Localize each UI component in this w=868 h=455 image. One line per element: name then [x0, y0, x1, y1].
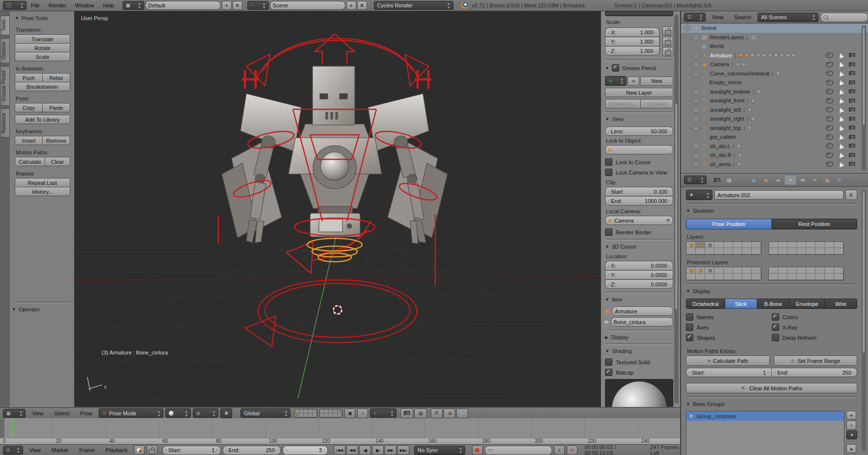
tab-tools[interactable]: Tools [0, 15, 10, 35]
editor-type-3dview-button[interactable]: ▦▴▾ [3, 409, 26, 418]
names-checkbox[interactable] [686, 313, 693, 321]
opengl-render-button[interactable] [400, 408, 413, 418]
visibility-eye-icon[interactable] [826, 161, 833, 167]
close-layout-button[interactable]: ✕ [233, 1, 242, 10]
cursor-y-field[interactable]: ‹Y:0.0000› [605, 270, 673, 279]
visibility-eye-icon[interactable] [826, 98, 833, 103]
outliner-filter-selector[interactable]: All Scenes▴▾ [758, 13, 818, 22]
screen-layout-selector[interactable]: Default [145, 1, 221, 10]
current-frame-field[interactable]: ‹3› [283, 446, 328, 455]
renderability-camera-icon[interactable] [849, 126, 855, 130]
calculate-paths-button[interactable]: Calculate [15, 157, 45, 166]
selectability-cursor-icon[interactable] [838, 88, 844, 95]
skeleton-panel-header[interactable]: ▼Skeleton [686, 208, 857, 214]
tab-options[interactable]: Options [0, 38, 10, 63]
outliner-row-sh-arms[interactable]: +▽sh_arms| [681, 160, 868, 169]
collapse-icon[interactable]: − [684, 25, 690, 31]
view-panel-header[interactable]: ▼View [605, 116, 673, 122]
grease-pencil-panel-header[interactable]: ▼Grease Pencil [605, 64, 673, 72]
rotate-button[interactable]: Rotate [15, 44, 70, 52]
selectability-cursor-icon[interactable] [838, 134, 844, 140]
gp-add-button[interactable]: + [628, 76, 639, 86]
renderability-camera-icon[interactable] [849, 99, 855, 103]
tab-bone-constraints[interactable]: 8 [809, 175, 821, 185]
local-camera-field[interactable]: ◼Camera✕ [605, 216, 673, 225]
tab-scene[interactable]: ◔ [736, 175, 747, 185]
renderability-camera-icon[interactable] [849, 62, 855, 67]
scale-x-lock-button[interactable] [662, 26, 673, 36]
remove-bone-group-button[interactable]: − [846, 421, 856, 430]
close-scene-button[interactable]: ✕ [357, 1, 367, 10]
shading-panel-header[interactable]: ▼Shading [605, 348, 673, 354]
outliner-row-world[interactable]: ◉World [681, 42, 868, 51]
add-scene-button[interactable]: + [346, 1, 356, 10]
visibility-eye-icon[interactable] [826, 125, 833, 130]
wire-button[interactable]: Wire [825, 299, 857, 309]
jump-to-end-button[interactable]: ▶▶| [397, 445, 409, 455]
b-bone-button[interactable]: B-Bone [757, 299, 789, 309]
history-button[interactable]: History... [15, 187, 70, 196]
selectability-cursor-icon[interactable] [838, 79, 844, 86]
expand-icon[interactable]: + [693, 152, 699, 158]
scale-x-field[interactable]: ‹X:1.000› [605, 27, 659, 37]
tab-render[interactable] [711, 175, 723, 185]
scale-y-field[interactable]: ‹Y:1.000› [605, 37, 659, 46]
viewport-shading-selector[interactable]: ▴▾ [165, 408, 191, 418]
tab-grease-pencil[interactable]: Grease Pencil [0, 66, 10, 106]
record-button[interactable] [472, 445, 483, 455]
pivot-point-selector[interactable]: ◎▴▾ [193, 408, 218, 418]
x-ray-checkbox[interactable] [772, 324, 779, 331]
play-button[interactable]: ▶ [372, 445, 384, 455]
lens-field[interactable]: ‹Lens:50.000› [605, 126, 673, 136]
outliner-row-arealight-top[interactable]: +▽arealight_top| [681, 124, 868, 133]
set-frame-range-button[interactable]: ◷Set Frame Range [774, 355, 858, 366]
frame-start-field[interactable]: ‹Start:1› [162, 446, 221, 455]
menu-timeline-marker[interactable]: Marker [47, 445, 73, 455]
selectability-cursor-icon[interactable] [838, 143, 844, 149]
expand-icon[interactable]: + [693, 116, 699, 122]
frame-end-field[interactable]: ‹End:250› [223, 446, 281, 455]
pose-tools-panel-header[interactable]: ▼Pose Tools [15, 15, 70, 21]
floor-rotation-widget[interactable] [245, 280, 417, 347]
opengl-render-anim-button[interactable]: ▤ [414, 408, 427, 418]
clip-start-field[interactable]: ‹Start:0.100› [605, 187, 673, 196]
lock-to-scene-button[interactable]: ▣ [344, 408, 355, 418]
lock-camera-checkbox[interactable] [605, 169, 612, 176]
colors-checkbox[interactable] [772, 313, 779, 321]
outliner-row-sh-ala-l[interactable]: +▽sh_ala.L| [681, 142, 868, 151]
menu-help[interactable]: Help [99, 0, 119, 11]
textured-solid-checkbox[interactable] [605, 358, 612, 366]
menu-render[interactable]: Render [44, 0, 71, 11]
add-to-library-button[interactable]: Add To Library [15, 115, 70, 124]
editor-type-info-button[interactable]: ⓘ▴▾ [3, 1, 26, 10]
insert-keyframe-button[interactable]: Insert [15, 136, 43, 145]
gp-new-layer-button[interactable]: New Layer [605, 88, 673, 97]
octahedral-button[interactable]: Octahedral [686, 299, 725, 309]
clear-camera-icon[interactable]: ✕ [666, 217, 670, 224]
tab-constraints[interactable]: ∞ [772, 175, 784, 185]
timeline-canvas[interactable] [0, 418, 680, 438]
renderability-camera-icon[interactable] [849, 107, 855, 112]
outliner-row-arealight-left[interactable]: +▽arealight_left| [681, 105, 868, 115]
clear-paths-button[interactable]: Clear [45, 157, 70, 166]
display-panel-header-props[interactable]: ▼Display [686, 288, 857, 294]
outliner-row-arealight-front[interactable]: +▽arealight_front| [681, 96, 868, 105]
visibility-eye-icon[interactable] [826, 62, 833, 67]
view-layers-grid-1[interactable] [294, 409, 317, 418]
renderability-camera-icon[interactable] [849, 153, 855, 157]
relax-button[interactable]: Relax [43, 73, 70, 82]
manipulator-toggle-button[interactable]: ✥ [220, 408, 232, 418]
timeline-playhead[interactable] [12, 418, 13, 438]
lock-to-object-field[interactable]: ◼ [605, 145, 673, 154]
outliner-row-sh-ala-r[interactable]: +▽sh_ala.R| [681, 151, 868, 160]
expand-icon[interactable]: + [693, 161, 699, 167]
mp-end-field[interactable]: ‹End:250› [772, 368, 857, 377]
id-name-field[interactable]: Armature.002 [714, 190, 843, 200]
cursor-x-field[interactable]: ‹X:0.0000› [605, 261, 673, 270]
rotation-mode-selector-cutoff[interactable] [605, 11, 673, 16]
tab-world[interactable]: ◉ [748, 175, 760, 185]
gp-delete-frame-button[interactable]: Delete Fra... [605, 99, 641, 108]
menu-window[interactable]: Window [71, 0, 99, 11]
envelope-button[interactable]: Envelope [789, 299, 825, 309]
expand-icon[interactable]: + [693, 106, 699, 113]
